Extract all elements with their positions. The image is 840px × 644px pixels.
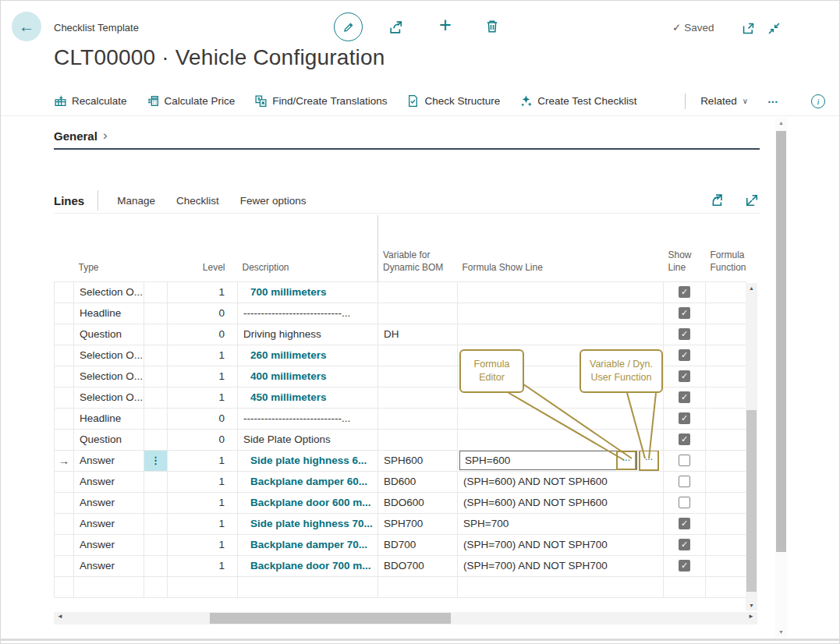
type-cell[interactable]: Selection O...	[74, 387, 144, 408]
level-cell[interactable]: 1	[168, 387, 238, 408]
description-cell[interactable]: Side plate highness 70...	[238, 513, 378, 534]
level-cell[interactable]: 1	[168, 281, 238, 303]
description-cell[interactable]: 400 millimeters	[238, 366, 378, 387]
level-cell[interactable]: 1	[168, 471, 238, 492]
description-cell[interactable]: Side Plate Options	[238, 429, 378, 450]
collapse-button[interactable]	[765, 19, 782, 37]
level-cell[interactable]: 1	[168, 450, 238, 471]
delete-button[interactable]	[484, 18, 501, 35]
variable-cell[interactable]	[378, 576, 458, 597]
formula-cell[interactable]: (SPH=600) AND NOT SPH600	[458, 492, 664, 513]
tab-fewer-options[interactable]: Fewer options	[240, 195, 307, 207]
scroll-down-icon[interactable]: ▼	[746, 603, 757, 608]
description-link[interactable]: Backplane door 600 m...	[250, 497, 371, 508]
formula-function-cell[interactable]	[706, 513, 746, 534]
page-scrollbar[interactable]: ▲ ▼	[775, 118, 787, 637]
page-scroll-up-icon[interactable]: ▲	[775, 120, 787, 126]
more-options-button[interactable]: ⋯	[767, 95, 779, 108]
row-selector-cell[interactable]	[55, 534, 74, 555]
variable-cell[interactable]: DH	[378, 324, 458, 345]
show-line-checkbox[interactable]: ✓	[679, 539, 690, 550]
type-cell[interactable]: Selection O...	[74, 281, 144, 303]
type-cell[interactable]: Answer	[74, 450, 144, 471]
row-selector-cell[interactable]	[55, 366, 74, 387]
table-row[interactable]: Answer1Side plate highness 70...SPH700SP…	[55, 513, 746, 534]
formula-function-cell[interactable]	[706, 429, 746, 450]
type-cell[interactable]: Headline	[74, 303, 144, 324]
show-line-checkbox[interactable]	[679, 497, 690, 508]
description-cell[interactable]: Driving highness	[238, 324, 378, 345]
variable-cell[interactable]	[378, 345, 458, 366]
tab-checklist[interactable]: Checklist	[176, 195, 219, 207]
show-line-checkbox[interactable]: ✓	[679, 370, 690, 382]
formula-function-cell[interactable]	[706, 387, 746, 408]
description-cell[interactable]: Backplane damper 60...	[238, 471, 378, 492]
level-cell[interactable]: 1	[168, 345, 238, 366]
row-selector-cell[interactable]	[55, 387, 74, 408]
formula-function-cell[interactable]	[706, 576, 746, 597]
description-link[interactable]: 450 millimeters	[250, 391, 327, 403]
variable-dyn-user-function-button[interactable]: ...	[639, 450, 659, 471]
description-cell[interactable]	[238, 576, 378, 597]
page-scroll-down-icon[interactable]: ▼	[775, 629, 787, 635]
level-cell[interactable]: 0	[168, 429, 238, 450]
general-section-header[interactable]: General ›	[54, 124, 760, 150]
description-cell[interactable]: ----------------------------...	[238, 408, 378, 429]
row-selector-cell[interactable]	[55, 492, 74, 513]
find-create-translations-button[interactable]: Find/Create Translations	[254, 94, 387, 108]
level-cell[interactable]: 1	[168, 513, 238, 534]
type-cell[interactable]: Headline	[74, 408, 144, 429]
table-horizontal-scrollbar-thumb[interactable]	[210, 613, 451, 624]
row-selector-cell[interactable]	[55, 281, 74, 303]
type-cell[interactable]: Answer	[74, 513, 144, 534]
table-row[interactable]: Question0Driving highnessDH✓	[55, 324, 746, 345]
related-menu-button[interactable]: Related ∨	[685, 94, 748, 109]
description-cell[interactable]: Side plate highness 6...	[238, 450, 378, 471]
row-selector-cell[interactable]	[55, 324, 74, 345]
table-horizontal-scrollbar[interactable]: ◄ ►	[54, 612, 757, 625]
formula-function-cell[interactable]	[706, 366, 746, 387]
lines-share-icon[interactable]	[710, 193, 725, 208]
recalculate-button[interactable]: Recalculate	[54, 94, 127, 108]
description-cell[interactable]: Backplane damper 70...	[238, 534, 378, 555]
type-cell[interactable]: Question	[74, 324, 144, 345]
table-row[interactable]: Answer1Backplane door 600 m...BDO600(SPH…	[55, 492, 746, 513]
formula-input[interactable]: SPH=600...	[459, 451, 637, 470]
variable-cell[interactable]: BD600	[378, 471, 458, 492]
table-row[interactable]: Headline0----------------------------...…	[55, 408, 746, 429]
formula-cell[interactable]	[458, 576, 664, 597]
description-link[interactable]: Backplane damper 60...	[250, 476, 367, 487]
table-row[interactable]: Selection O...1700 millimeters✓	[55, 281, 746, 303]
type-cell[interactable]: Answer	[74, 471, 144, 492]
scroll-right-icon[interactable]: ►	[748, 613, 754, 620]
row-selector-cell[interactable]	[55, 471, 74, 492]
table-row[interactable]: Headline0----------------------------...…	[55, 303, 746, 324]
column-header-formula-function[interactable]: Formula Function	[706, 215, 746, 281]
level-cell[interactable]: 1	[168, 555, 238, 576]
level-cell[interactable]: 0	[168, 408, 238, 429]
formula-cell[interactable]: (SPH=600) AND NOT SPH600	[458, 471, 664, 492]
scroll-up-icon[interactable]: ▲	[746, 285, 757, 291]
formula-cell[interactable]: (SPH=700) AND NOT SPH700	[458, 534, 664, 555]
show-line-checkbox[interactable]: ✓	[679, 349, 690, 361]
type-cell[interactable]: Selection O...	[74, 366, 144, 387]
check-structure-button[interactable]: Check Structure	[406, 94, 500, 108]
show-line-checkbox[interactable]: ✓	[679, 412, 690, 424]
formula-function-cell[interactable]	[706, 534, 746, 555]
row-selector-cell[interactable]	[55, 303, 74, 324]
show-line-checkbox[interactable]: ✓	[679, 307, 690, 319]
table-row[interactable]: Answer1Backplane damper 70...BD700(SPH=7…	[55, 534, 746, 555]
formula-cell[interactable]: SPH=600......	[458, 450, 664, 471]
back-button[interactable]: ←	[12, 12, 41, 41]
formula-cell[interactable]	[458, 324, 664, 345]
share-button[interactable]	[388, 19, 405, 36]
variable-cell[interactable]: SPH700	[378, 513, 458, 534]
edit-button[interactable]	[334, 12, 363, 41]
show-line-checkbox[interactable]: ✓	[679, 560, 690, 571]
table-row[interactable]: Answer1Backplane door 700 m...BDO700(SPH…	[55, 555, 746, 576]
variable-cell[interactable]	[378, 387, 458, 408]
variable-cell[interactable]: BDO600	[378, 492, 458, 513]
row-selector-cell[interactable]: →	[55, 450, 74, 471]
table-row[interactable]: Answer1Backplane damper 60...BD600(SPH=6…	[55, 471, 746, 492]
row-selector-cell[interactable]	[55, 345, 74, 366]
